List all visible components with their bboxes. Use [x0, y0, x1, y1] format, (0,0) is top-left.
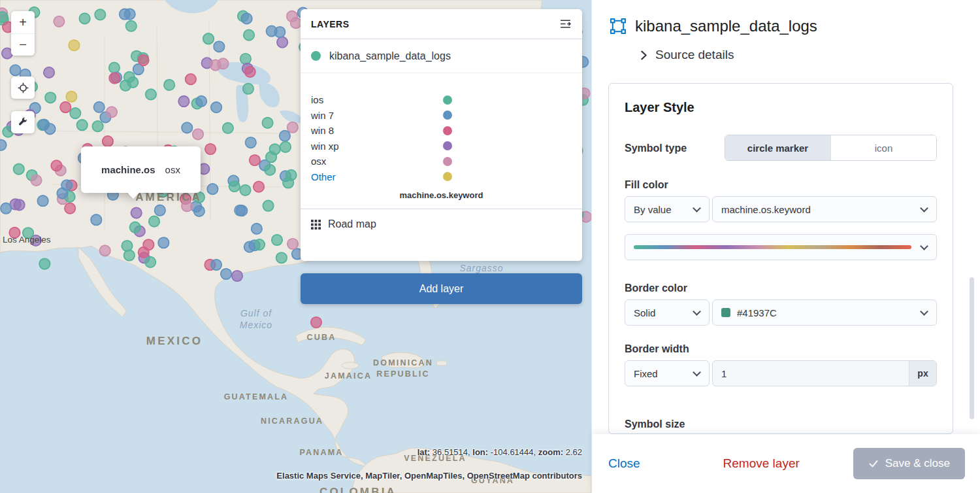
- map-attribution[interactable]: Elastic Maps Service, MapTiler, OpenMapT…: [276, 471, 582, 481]
- svg-text:PANAMA: PANAMA: [299, 448, 343, 457]
- legend-item: win 7: [301, 108, 582, 124]
- panel-title: kibana_sample_data_logs: [635, 17, 817, 35]
- border-color-swatch: [721, 308, 730, 317]
- svg-text:Gulf of: Gulf of: [240, 308, 272, 318]
- legend-dot: [443, 157, 452, 166]
- svg-text:JAMAICA: JAMAICA: [325, 371, 372, 381]
- add-layer-button[interactable]: Add layer: [301, 273, 582, 304]
- border-color-label: Border color: [625, 282, 937, 294]
- layer-style-card: Layer Style Symbol type circle marker ic…: [608, 83, 953, 434]
- svg-text:GUATEMALA: GUATEMALA: [224, 392, 289, 401]
- zoom-in-button[interactable]: +: [11, 11, 35, 33]
- card-title: Layer Style: [625, 99, 937, 115]
- layer-color-dot: [311, 51, 321, 61]
- close-button[interactable]: Close: [608, 456, 640, 471]
- legend-item: win xp: [301, 139, 582, 154]
- layers-panel-title: LAYERS: [311, 19, 350, 29]
- symbol-type-label: Symbol type: [625, 142, 687, 154]
- basemap-row[interactable]: Road map: [301, 209, 582, 239]
- chevron-right-icon: [640, 50, 648, 61]
- locate-control: [11, 76, 35, 99]
- layer-legend: ios win 7 win 8 win xp osx: [301, 73, 582, 200]
- map-tooltip: machine.os osx: [81, 146, 201, 193]
- crosshair-icon: [18, 82, 29, 94]
- symbol-size-label: Symbol size: [625, 418, 937, 430]
- map-status: lat: 36.51514, lon: -104.61444, zoom: 2.…: [417, 447, 582, 457]
- zoom-out-button[interactable]: −: [11, 33, 35, 56]
- save-and-close-button[interactable]: Save & close: [853, 448, 965, 479]
- svg-text:CUBA: CUBA: [307, 333, 336, 342]
- remove-layer-button[interactable]: Remove layer: [723, 456, 800, 471]
- svg-text:Sargasso: Sargasso: [459, 263, 503, 273]
- layer-name: kibana_sample_data_logs: [329, 50, 451, 62]
- tools-control: [11, 111, 35, 133]
- border-width-input[interactable]: 1: [713, 361, 909, 386]
- symbol-type-group: circle marker icon: [725, 135, 937, 161]
- svg-text:DOMINICAN: DOMINICAN: [373, 358, 433, 367]
- legend-item: win 8: [301, 123, 582, 139]
- legend-dot: [443, 95, 452, 105]
- svg-text:Los Angeles: Los Angeles: [3, 235, 51, 245]
- basemap-name: Road map: [328, 218, 376, 230]
- vector-layer-icon: [610, 18, 626, 34]
- legend-dot: [443, 126, 452, 135]
- draw-tools-button[interactable]: [11, 111, 35, 133]
- set-view-button[interactable]: [11, 76, 35, 99]
- plus-icon: +: [19, 15, 27, 30]
- svg-text:NICARAGUA: NICARAGUA: [261, 416, 323, 426]
- source-details-toggle[interactable]: Source details: [640, 48, 964, 62]
- layer-row[interactable]: kibana_sample_data_logs: [301, 39, 582, 73]
- legend-dot: [443, 110, 452, 120]
- color-ramp-bar: [634, 245, 911, 249]
- border-width-mode-select[interactable]: Fixed: [625, 360, 710, 386]
- map-pane[interactable]: AMERICAMEXICOCUBAJAMAICADOMINICANREPUBLI…: [0, 0, 591, 493]
- tooltip-field: machine.os: [101, 164, 155, 175]
- zoom-controls: + −: [11, 11, 35, 56]
- fill-color-mode-select[interactable]: By value: [625, 196, 710, 222]
- minus-icon: −: [19, 37, 27, 52]
- fill-color-field-select[interactable]: machine.os.keyword: [712, 196, 937, 222]
- check-icon: [868, 458, 879, 469]
- legend-dot: [443, 172, 452, 181]
- symbol-type-circle-marker-option[interactable]: circle marker: [725, 135, 830, 160]
- grid-icon: [311, 220, 321, 230]
- border-width-unit: px: [909, 361, 936, 386]
- layer-settings-panel: kibana_sample_data_logs Source details L…: [591, 0, 980, 493]
- fill-color-label: Fill color: [625, 178, 937, 191]
- svg-text:COLOMBIA: COLOMBIA: [319, 486, 397, 493]
- svg-text:REPUBLIC: REPUBLIC: [376, 369, 430, 379]
- legend-item: ios: [301, 92, 582, 108]
- tooltip-value: osx: [165, 164, 180, 175]
- symbol-type-icon-option[interactable]: icon: [830, 135, 936, 160]
- wrench-icon: [18, 117, 29, 128]
- kibana-maps-screen: AMERICAMEXICOCUBAJAMAICADOMINICANREPUBLI…: [0, 0, 980, 493]
- svg-text:MEXICO: MEXICO: [146, 335, 203, 347]
- border-width-label: Border width: [625, 343, 937, 355]
- legend-field-name: machine.os.keyword: [301, 190, 582, 200]
- legend-item-other[interactable]: Other: [301, 169, 582, 185]
- border-color-value-select[interactable]: #41937C: [712, 299, 937, 326]
- menu-right-icon: [560, 18, 571, 29]
- legend-dot: [443, 141, 452, 150]
- side-panel-scrollbar[interactable]: [970, 277, 974, 419]
- panel-footer: Close Remove layer Save & close: [592, 434, 980, 493]
- svg-text:Mexico: Mexico: [240, 320, 272, 330]
- border-color-mode-select[interactable]: Solid: [625, 299, 710, 326]
- legend-item: osx: [301, 154, 582, 169]
- layers-panel: LAYERS kibana_sample_data_logs ios win 7: [301, 9, 582, 261]
- collapse-legend-button[interactable]: [557, 16, 574, 33]
- border-width-input-group: 1 px: [712, 360, 937, 386]
- color-ramp-select[interactable]: [625, 234, 937, 260]
